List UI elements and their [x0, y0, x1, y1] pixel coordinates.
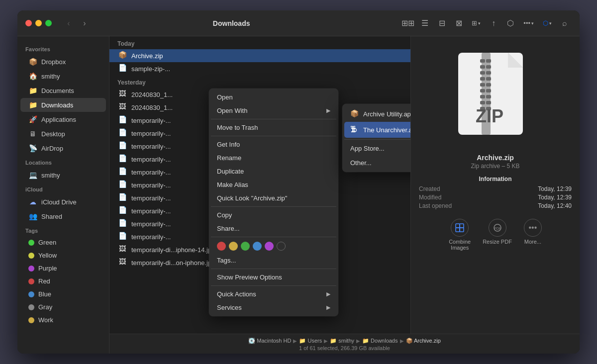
ctx-quick-look[interactable]: Quick Look "Archive.zip" [211, 191, 336, 205]
ctx-rename-label: Rename [217, 154, 241, 162]
desktop-icon: 🖥 [28, 129, 37, 138]
ctx-tag-purple[interactable] [265, 242, 274, 251]
sidebar-item-smithy-fav[interactable]: 🏠 smithy [20, 69, 106, 83]
breadcrumb-sep1: ▶ [293, 338, 297, 344]
ctx-get-info[interactable]: Get Info [211, 138, 336, 151]
sidebar-item-smithy-loc[interactable]: 💻 smithy [20, 168, 106, 182]
sidebar-item-tag-work[interactable]: Work [20, 314, 106, 326]
submenu-archive-utility[interactable]: 📦 Archive Utility.app (default) [344, 106, 410, 122]
window-title: Downloads [68, 19, 395, 27]
breadcrumb-macintosh-hd[interactable]: 💽 Macintosh HD [248, 338, 291, 344]
sidebar-item-tag-green[interactable]: Green [20, 236, 106, 249]
svg-rect-10 [480, 83, 485, 87]
ctx-tag-yellow[interactable] [229, 242, 238, 251]
close-button[interactable] [25, 20, 32, 26]
sidebar-item-desktop[interactable]: 🖥 Desktop [20, 127, 106, 141]
finder-window: ‹ › Downloads ⊞⊞ ☰ ⊟ ⊠ ⊞▾ ↑ ⬡ •••▾ ⬡▾ ⌕ … [17, 10, 580, 354]
sidebar-item-tag-red[interactable]: Red [20, 275, 106, 287]
y12-icon: 📄 [117, 232, 127, 242]
sidebar-item-applications[interactable]: 🚀 Applications [20, 112, 106, 126]
file-list: Today 📦 Archive.zip 📄 sample-zip-... Yes… [109, 36, 410, 334]
sidebar-item-dropbox[interactable]: 📦 Dropbox [20, 55, 106, 69]
submenu-unarchiver[interactable]: 🗜 The Unarchiver.app [344, 122, 410, 138]
file-row-sample-zip[interactable]: 📄 sample-zip-... [109, 62, 410, 75]
resize-pdf-label: Resize PDF [483, 239, 512, 245]
sidebar-item-shared[interactable]: 👥 Shared [20, 209, 106, 223]
list-view-button[interactable]: ☰ [418, 16, 432, 30]
submenu-other[interactable]: Other... [344, 156, 410, 170]
more-actions-icon: ••• [524, 219, 542, 237]
more-actions-button[interactable]: ••• More... [524, 219, 542, 251]
blue-tag-label: Blue [38, 290, 51, 298]
dropbox-button[interactable]: ⬡▾ [540, 17, 555, 29]
y3-icon: 📄 [117, 115, 127, 125]
share-button[interactable]: ↑ [487, 16, 500, 30]
smithy-fav-label: smithy [41, 73, 60, 80]
downloads-icon: 📁 [28, 100, 37, 109]
ctx-tag-green[interactable] [241, 242, 250, 251]
file-row-archive[interactable]: 📦 Archive.zip [109, 49, 410, 62]
documents-label: Documents [41, 87, 74, 94]
ctx-tag-empty[interactable] [277, 242, 286, 251]
zoom-button[interactable] [45, 20, 52, 26]
breadcrumb-archive[interactable]: 📦 Archive.zip [406, 338, 441, 344]
combine-images-icon [451, 219, 469, 237]
sidebar-item-tag-gray[interactable]: Gray [20, 301, 106, 313]
blue-tag-dot [28, 291, 34, 297]
svg-text:ZIP: ZIP [475, 106, 503, 126]
airdrop-label: AirDrop [41, 145, 63, 152]
sidebar-item-downloads[interactable]: 📁 Downloads [20, 98, 106, 112]
sidebar-item-tag-purple[interactable]: Purple [20, 262, 106, 274]
last-opened-label: Last opened [419, 202, 452, 209]
sidebar-item-tag-yellow[interactable]: Yellow [20, 249, 106, 262]
ctx-duplicate-label: Duplicate [217, 168, 244, 175]
submenu-app-store[interactable]: App Store... [344, 141, 410, 156]
gallery-view-button[interactable]: ⊠ [452, 16, 466, 30]
group-button[interactable]: ⊞▾ [469, 17, 484, 29]
ctx-duplicate[interactable]: Duplicate [211, 165, 336, 178]
icloud-drive-label: iCloud Drive [41, 198, 77, 206]
green-tag-dot [28, 240, 34, 246]
smithy-loc-label: smithy [41, 172, 60, 179]
svg-rect-4 [480, 65, 485, 69]
svg-rect-16 [480, 101, 485, 104]
ctx-tags[interactable]: Tags... [211, 254, 336, 267]
preview-actions: Combine Images PDF Resize PDF [449, 219, 542, 251]
ctx-tag-red[interactable] [217, 242, 226, 251]
ctx-quick-look-label: Quick Look "Archive.zip" [217, 194, 287, 202]
y4-icon: 📄 [117, 128, 127, 138]
breadcrumb-sep3: ▶ [356, 338, 360, 344]
svg-rect-15 [486, 95, 491, 98]
tag-button[interactable]: ⬡ [503, 16, 517, 30]
sidebar-item-icloud-drive[interactable]: ☁ iCloud Drive [20, 195, 106, 209]
sidebar-item-airdrop[interactable]: 📡 AirDrop [20, 141, 106, 155]
breadcrumb-users[interactable]: 📁 Users [299, 338, 322, 344]
sidebar-item-tag-blue[interactable]: Blue [20, 288, 106, 300]
open-with-submenu[interactable]: 📦 Archive Utility.app (default) 🗜 The Un… [342, 104, 410, 172]
combine-images-button[interactable]: Combine Images [449, 219, 471, 251]
breadcrumb-downloads[interactable]: 📁 Downloads [362, 338, 398, 344]
ctx-open[interactable]: Open [211, 91, 336, 104]
ctx-make-alias[interactable]: Make Alias [211, 178, 336, 191]
resize-pdf-button[interactable]: PDF Resize PDF [483, 219, 512, 251]
ctx-share[interactable]: Share... [211, 222, 336, 235]
ctx-share-label: Share... [217, 225, 240, 232]
search-button[interactable]: ⌕ [558, 16, 572, 30]
ctx-tag-blue[interactable] [253, 242, 262, 251]
more-button[interactable]: •••▾ [520, 17, 537, 29]
ctx-services[interactable]: Services ▶ [211, 301, 336, 314]
minimize-button[interactable] [35, 20, 42, 26]
context-menu[interactable]: Open Open With ▶ 📦 Archive Utility.app [209, 89, 338, 316]
traffic-lights [25, 20, 52, 26]
last-opened-value: Today, 12:40 [538, 202, 572, 209]
column-view-button[interactable]: ⊟ [435, 16, 449, 30]
icon-view-button[interactable]: ⊞⊞ [401, 16, 415, 30]
ctx-quick-actions[interactable]: Quick Actions ▶ [211, 287, 336, 301]
ctx-show-preview[interactable]: Show Preview Options [211, 271, 336, 284]
ctx-copy[interactable]: Copy [211, 208, 336, 222]
sidebar-item-documents[interactable]: 📁 Documents [20, 84, 106, 97]
ctx-move-trash[interactable]: Move to Trash [211, 121, 336, 134]
breadcrumb-smithy[interactable]: 📁 smithy [330, 338, 354, 344]
ctx-open-with[interactable]: Open With ▶ 📦 Archive Utility.app (defau… [211, 104, 336, 117]
ctx-rename[interactable]: Rename [211, 151, 336, 165]
